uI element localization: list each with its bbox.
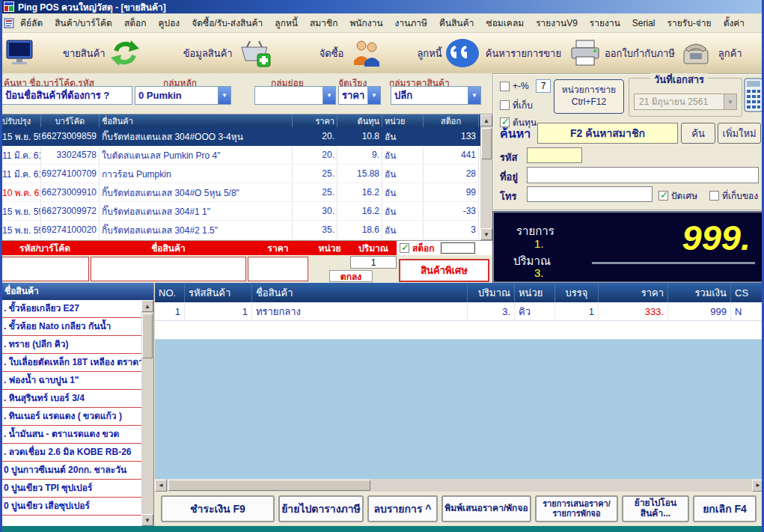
address-input[interactable] bbox=[527, 167, 759, 183]
menu-item-settings[interactable]: ตั้งค่า bbox=[718, 13, 751, 33]
product-row-selected[interactable]: 15 พ.ย. 59 66273009859 กิ๊บรัดท่อสแตนเลส… bbox=[0, 127, 492, 146]
storage-checkbox-group[interactable]: ที่เก็บ bbox=[500, 98, 533, 112]
chevron-down-icon[interactable]: ▼ bbox=[218, 87, 230, 104]
basket-add-icon[interactable] bbox=[237, 38, 272, 68]
percent-checkbox-group[interactable]: +-% bbox=[500, 81, 529, 91]
sub-group-combobox[interactable]: ▼ bbox=[254, 86, 336, 105]
calculator-icon[interactable] bbox=[744, 78, 763, 112]
product-row[interactable]: 10 พ.ค. 61 66273009910 กิ๊บรัดท่อสแตนเลส… bbox=[0, 183, 492, 202]
member-search-field[interactable]: F2 ค้นหาสมาชิก bbox=[537, 123, 678, 144]
toolbar-product-info-label[interactable]: ข้อมูลสินค้า bbox=[183, 46, 233, 61]
product-search-input[interactable] bbox=[1, 86, 132, 105]
toolbar-sell-label[interactable]: ขายสินค้า bbox=[63, 46, 106, 61]
col-cost[interactable]: ต้นทุน bbox=[337, 114, 382, 127]
find-button[interactable]: ค้น bbox=[681, 123, 715, 144]
menu-item-purchasing[interactable]: จัดซื้อ/รับ-ส่งสินค้า bbox=[186, 13, 269, 33]
toolbar-debtor-label[interactable]: ลูกหนี้ bbox=[417, 46, 441, 61]
quote-icon[interactable] bbox=[445, 38, 480, 68]
product-row[interactable]: 11 มี.ค. 61 69274100709 กาวร้อน Pumpkin … bbox=[0, 165, 492, 183]
menu-item-reports-v9[interactable]: รายงานV9 bbox=[530, 13, 584, 33]
scroll-down-icon[interactable]: ▼ bbox=[141, 514, 153, 526]
menu-item-debtors[interactable]: ลูกหนี้ bbox=[269, 13, 304, 33]
col-no[interactable]: NO. bbox=[155, 283, 185, 302]
list-item[interactable]: . ทินเนอร์ แรดแดง ( ขวดแก้ว ) bbox=[0, 408, 142, 426]
storage-checkbox[interactable] bbox=[500, 100, 510, 110]
percent-checkbox[interactable] bbox=[500, 82, 510, 91]
list-item[interactable]: . ฟองน้ำ ฉาบปูน 1" bbox=[0, 372, 142, 390]
horizontal-scrollbar[interactable]: ◄ ► bbox=[155, 479, 764, 492]
scrollbar-thumb[interactable] bbox=[142, 314, 153, 358]
scroll-up-icon[interactable]: ▲ bbox=[141, 300, 153, 312]
scroll-down-icon[interactable]: ▼ bbox=[480, 228, 492, 240]
sort-combobox[interactable]: ราคา ▼ bbox=[338, 86, 381, 105]
menu-item-employees[interactable]: พนักงาน bbox=[343, 13, 388, 33]
col-unit[interactable]: หน่วย bbox=[382, 114, 424, 127]
list-item[interactable]: . ใบเลื่อยตัดเหล็ก 18T เหลือง ตราดา S bbox=[0, 354, 142, 372]
cancel-button[interactable]: ยกเลิก F4 bbox=[693, 495, 757, 522]
menu-item-reports[interactable]: รายงาน bbox=[584, 13, 626, 33]
col-barcode[interactable]: บาร์โค้ด bbox=[41, 114, 100, 127]
pay-button[interactable]: ชำระเงิน F9 bbox=[161, 495, 275, 522]
chevron-down-icon[interactable]: ▼ bbox=[724, 94, 736, 109]
delete-item-button[interactable]: ลบรายการ ^ bbox=[367, 495, 438, 522]
special-product-button[interactable]: สินค้าพิเศษ bbox=[399, 259, 489, 282]
col-pack[interactable]: บรรจุ bbox=[555, 283, 599, 302]
list-item[interactable]: . ทราย (ปลีก คิว) bbox=[0, 336, 142, 354]
customer-code-input[interactable] bbox=[527, 147, 582, 163]
menu-item-members[interactable]: สมาชิก bbox=[304, 13, 343, 33]
chevron-down-icon[interactable]: ▼ bbox=[468, 87, 480, 104]
toolbar-tax-invoice-label[interactable]: ออกใบกำกับภาษี bbox=[605, 46, 675, 61]
scroll-up-icon[interactable]: ▲ bbox=[480, 114, 492, 126]
add-new-button[interactable]: เพิ่มใหม่ bbox=[718, 123, 761, 144]
stock-extra-input[interactable] bbox=[441, 242, 475, 254]
entry-qty-input[interactable] bbox=[350, 256, 397, 269]
scrollbar-thumb[interactable] bbox=[481, 128, 492, 159]
percent-input[interactable] bbox=[536, 79, 551, 93]
col-unit[interactable]: หน่วย bbox=[515, 283, 555, 302]
phone-icon[interactable] bbox=[681, 38, 711, 68]
phone-input[interactable] bbox=[527, 186, 653, 202]
entry-price-input[interactable] bbox=[248, 257, 308, 281]
round-checkbox[interactable] bbox=[658, 191, 668, 201]
chevron-down-icon[interactable]: ▼ bbox=[323, 87, 335, 104]
col-cs[interactable]: CS bbox=[731, 283, 764, 302]
refresh-icon[interactable] bbox=[110, 39, 140, 67]
list-item[interactable]: 0 ปูนเขียว TPI ซุปเปอร์ bbox=[0, 480, 142, 498]
main-group-combobox[interactable]: 0 Pumkin ▼ bbox=[135, 86, 231, 105]
menu-item-tax[interactable]: งานภาษี bbox=[389, 13, 433, 33]
vertical-scrollbar[interactable]: ▲ ▼ bbox=[480, 114, 492, 240]
col-qty[interactable]: ปริมาณ bbox=[468, 283, 515, 302]
entry-code-input[interactable] bbox=[1, 257, 89, 281]
stock-checkbox[interactable] bbox=[400, 243, 409, 253]
chevron-down-icon[interactable]: ▼ bbox=[367, 87, 380, 104]
sidebar-scrollbar[interactable]: ▲ ▼ bbox=[141, 300, 153, 526]
col-price[interactable]: ราคา bbox=[599, 283, 668, 302]
list-item[interactable]: . น้ำมันสน - ตราแรดแดง ขวด bbox=[0, 426, 142, 444]
scroll-left-icon[interactable]: ◄ bbox=[155, 480, 167, 492]
col-product-name[interactable]: ชื่อสินค้า bbox=[252, 283, 468, 302]
print-quote-button[interactable]: พิมพ์เสนอราคา/พักจอ bbox=[441, 495, 531, 522]
price-group-combobox[interactable]: ปลีก ▼ bbox=[391, 86, 481, 105]
scrollbar-thumb[interactable] bbox=[168, 480, 370, 491]
toolbar-search-sales-label[interactable]: ค้นหารายการขาย bbox=[486, 46, 561, 61]
menu-item-income-expense[interactable]: รายรับ-จ่าย bbox=[661, 13, 718, 33]
list-item[interactable]: . ขั้วห้อย Nato เกลียว กันน้ำ bbox=[0, 318, 142, 336]
list-item[interactable]: . หินสุรินทร์ เบอร์ 3/4 bbox=[0, 390, 142, 408]
col-product-code[interactable]: รหัสสินค้า bbox=[185, 283, 252, 302]
menu-item-stock[interactable]: สต็อก bbox=[118, 13, 153, 33]
ok-button[interactable]: ตกลง bbox=[329, 270, 373, 282]
move-to-tax-button[interactable]: ย้ายไปตารางภาษี bbox=[278, 495, 364, 522]
product-row[interactable]: 11 มี.ค. 61 33024578 ใบตัดสแตนเลส Pumkin… bbox=[0, 146, 492, 165]
list-item[interactable]: . ขั้วห้อยเกลียว E27 bbox=[0, 300, 142, 318]
menu-item-coupon[interactable]: คูปอง bbox=[153, 13, 186, 33]
transfer-button[interactable]: ย้ายไปโอนสินค้า... bbox=[622, 495, 689, 522]
col-price[interactable]: ราคา bbox=[293, 114, 337, 127]
people-icon[interactable] bbox=[349, 38, 382, 68]
list-item[interactable]: . ลวดเชื่อม 2.6 มิล KOBE RB-26 bbox=[0, 444, 142, 462]
round-checkbox-group[interactable]: ปัดเศษ bbox=[658, 189, 697, 203]
list-item[interactable]: 0 ปูนกาวซีเมนต์ 20กก. ชาละวัน bbox=[0, 462, 142, 480]
toolbar-customer-label[interactable]: ลูกค้า bbox=[718, 46, 742, 61]
entry-name-input[interactable] bbox=[91, 257, 246, 281]
sale-row[interactable]: 1 1 ทรายกลาง 3. คิว 1 333. 999 N bbox=[155, 302, 764, 321]
col-stock[interactable]: สต็อก bbox=[424, 114, 479, 127]
